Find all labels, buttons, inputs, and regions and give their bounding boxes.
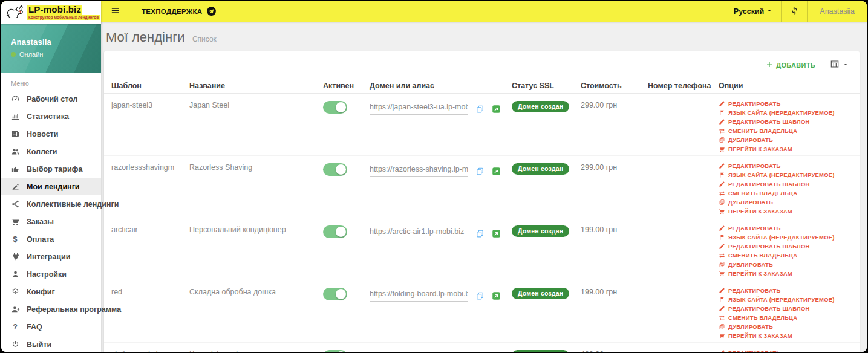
active-toggle[interactable] [323,163,347,176]
user-status: Онлайн [19,51,43,58]
copy-domain-icon[interactable] [475,167,485,178]
active-toggle[interactable] [323,101,347,114]
sidebar-item-thumbs-up[interactable]: Выбор тарифа [1,160,101,178]
menu-toggle-button[interactable] [101,1,129,22]
sidebar-item-label: Настройки [27,270,67,279]
gears-icon [10,287,21,297]
option-link[interactable]: ПЕРЕЙТИ К ЗАКАЗАМ [719,269,856,278]
domain-input[interactable] [370,225,468,239]
domain-input[interactable] [370,288,468,302]
domain-input[interactable] [370,350,468,352]
option-link[interactable]: СМЕНИТЬ ВЛАДЕЛЬЦА [719,126,856,135]
support-button[interactable]: ТЕХПОДДЕРЖКА [129,1,229,22]
copy-domain-icon[interactable] [475,105,485,115]
option-link[interactable]: ЯЗЫК САЙТА (НЕРЕДАКТИРУЕМОЕ) [719,170,856,180]
sidebar-item-dollar[interactable]: $Оплата [1,230,101,248]
plug-icon [10,252,21,262]
duplicate-icon [719,261,725,268]
option-link[interactable]: РЕДАКТИРОВАТЬ ШАБЛОН [719,242,856,251]
sidebar-item-label: Интеграции [27,253,70,261]
copy-domain-icon[interactable] [475,229,485,240]
sidebar-item-cart[interactable]: Заказы [1,213,101,230]
sidebar-item-user[interactable]: Настройки [1,265,101,283]
sidebar-item-dashboard[interactable]: Рабочий стол [1,90,101,108]
column-header: Название [182,79,316,93]
option-link[interactable]: ПЕРЕЙТИ К ЗАКАЗАМ [719,331,856,340]
option-link[interactable]: ДУБЛИРОВАТЬ [719,198,856,207]
columns-dropdown-button[interactable] [830,59,849,71]
option-link[interactable]: РЕДАКТИРОВАТЬ [719,286,856,295]
sidebar-item-news[interactable]: Новости [1,125,101,143]
option-link[interactable]: ЯЗЫК САЙТА (НЕРЕДАКТИРУЕМОЕ) [719,108,856,117]
option-link[interactable]: ПЕРЕЙТИ К ЗАКАЗАМ [719,144,856,154]
active-toggle[interactable] [323,288,347,300]
sidebar-item-chart[interactable]: Статистика [1,108,101,125]
option-label: СМЕНИТЬ ВЛАДЕЛЬЦА [728,128,797,134]
option-label: ПЕРЕЙТИ К ЗАКАЗАМ [728,146,792,152]
option-link[interactable]: РЕДАКТИРОВАТЬ ШАБЛОН [719,304,856,313]
sidebar-item-users[interactable]: Коллеги [1,143,101,160]
option-link[interactable]: РЕДАКТИРОВАТЬ [719,99,856,108]
sidebar-item-question[interactable]: ?FAQ [1,318,101,335]
option-label: ПЕРЕЙТИ К ЗАКАЗАМ [728,270,792,277]
option-label: ДУБЛИРОВАТЬ [728,137,773,143]
active-toggle[interactable] [323,350,347,352]
sidebar-item-power[interactable]: Выйти [1,335,101,352]
plus-icon [766,61,773,70]
phone-cell [641,218,711,280]
cart-icon [719,146,725,152]
option-link[interactable]: ЯЗЫК САЙТА (НЕРЕДАКТИРУЕМОЕ) [719,295,856,304]
name-cell: Razorless Shaving [182,156,316,218]
edit-icon [719,163,725,169]
open-site-icon[interactable] [492,229,501,240]
table-row: arcticair Персональний кондиціонер Домен… [104,218,860,280]
sidebar-item-landings[interactable]: Мои лендинги [1,178,101,195]
active-toggle[interactable] [323,225,347,238]
option-link[interactable]: ЯЗЫК САЙТА (НЕРЕДАКТИРУЕМОЕ) [719,233,856,242]
landings-card: ДОБАВИТЬ ШаблонНазваниеАктивенДомен или … [104,51,860,352]
open-site-icon[interactable] [492,167,501,178]
option-link[interactable]: ДУБЛИРОВАТЬ [719,260,856,269]
options-cell: РЕДАКТИРОВАТЬЯЗЫК САЙТА (НЕРЕДАКТИРУЕМОЕ… [711,343,860,352]
sidebar-user-panel: Anastasiia Онлайн [1,22,101,73]
add-button[interactable]: ДОБАВИТЬ [766,61,815,70]
edit-icon [719,118,725,125]
domain-cell [362,156,504,218]
sidebar-item-gears[interactable]: Конфиг [1,283,101,300]
option-link[interactable]: РЕДАКТИРОВАТЬ [719,348,856,352]
column-header: Домен или алиас [362,79,504,93]
sidebar-item-label: Новости [27,130,58,138]
option-link[interactable]: РЕДАКТИРОВАТЬ [719,224,856,233]
option-link[interactable]: СМЕНИТЬ ВЛАДЕЛЬЦА [719,189,856,198]
price-cell: 199.00 грн [573,280,641,342]
online-dot-icon [11,52,16,57]
logo[interactable]: LP-mobi.biz Конструктор мобильных лендин… [1,1,101,24]
power-icon [10,340,21,349]
domain-input[interactable] [370,101,468,115]
sidebar-item-share[interactable]: Коллективные лендинги [1,195,101,213]
option-label: РЕДАКТИРОВАТЬ ШАБЛОН [728,118,810,125]
sidebar-item-plug[interactable]: Интеграции [1,248,101,265]
options-cell: РЕДАКТИРОВАТЬЯЗЫК САЙТА (НЕРЕДАКТИРУЕМОЕ… [711,280,860,342]
template-cell: razorlessshavingm [104,156,182,218]
option-link[interactable]: СМЕНИТЬ ВЛАДЕЛЬЦА [719,251,856,260]
refresh-button[interactable] [782,1,807,22]
option-link[interactable]: РЕДАКТИРОВАТЬ [719,161,856,170]
option-link[interactable]: РЕДАКТИРОВАТЬ ШАБЛОН [719,180,856,189]
topbar-spacer [229,1,725,22]
topbar-username[interactable]: Anastasiia [808,1,867,22]
sidebar-item-user-plus[interactable]: Реферальная программа [1,300,101,318]
column-header: Опции [711,79,860,93]
option-link[interactable]: СМЕНИТЬ ВЛАДЕЛЬЦА [719,313,856,322]
copy-domain-icon[interactable] [475,291,485,302]
option-link[interactable]: ПЕРЕЙТИ К ЗАКАЗАМ [719,207,856,216]
language-dropdown[interactable]: Русский [725,1,782,22]
option-link[interactable]: ДУБЛИРОВАТЬ [719,135,856,144]
option-link[interactable]: РЕДАКТИРОВАТЬ ШАБЛОН [719,117,856,126]
open-site-icon[interactable] [492,291,501,302]
column-header: Стоимость [573,79,641,93]
option-label: РЕДАКТИРОВАТЬ ШАБЛОН [728,181,810,187]
option-link[interactable]: ДУБЛИРОВАТЬ [719,322,856,331]
open-site-icon[interactable] [492,105,501,115]
domain-input[interactable] [370,163,468,177]
